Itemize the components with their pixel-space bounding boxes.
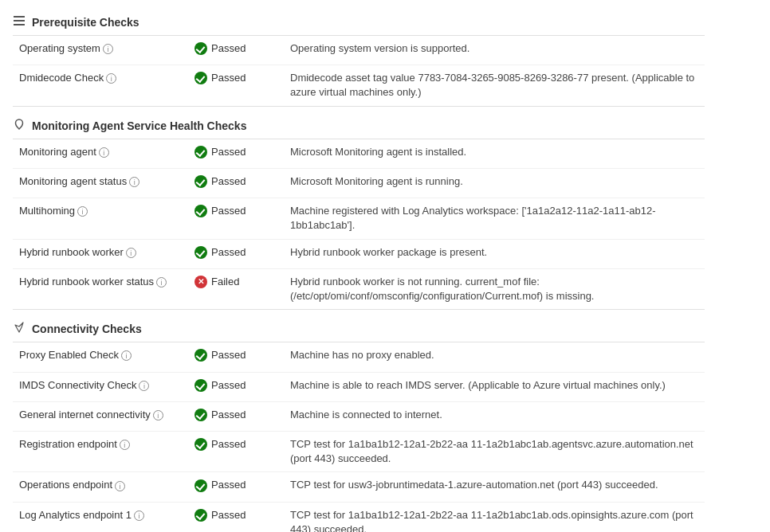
table-monitoring: Monitoring agentiPassedMicrosoft Monitor… <box>13 139 705 311</box>
status-badge: Passed <box>194 245 246 260</box>
status-text: Passed <box>211 437 246 452</box>
message-cell: Hybrid runbook worker is not running. cu… <box>284 268 705 309</box>
passed-icon <box>194 379 207 392</box>
check-name-cell: General internet connectivityi <box>13 401 188 431</box>
main-container: Prerequisite ChecksOperating systemiPass… <box>0 0 717 532</box>
section-title-monitoring: Monitoring Agent Service Health Checks <box>32 119 246 132</box>
info-icon[interactable]: i <box>134 510 144 521</box>
message-cell: Microsoft Monitoring agent is running. <box>284 168 705 198</box>
message-cell: Hybrid runbook worker package is present… <box>284 239 705 268</box>
table-connectivity: Proxy Enabled CheckiPassedMachine has no… <box>13 342 705 532</box>
section-title-connectivity: Connectivity Checks <box>32 323 142 335</box>
passed-icon <box>194 42 207 55</box>
info-icon[interactable]: i <box>153 410 163 421</box>
svg-rect-2 <box>14 24 25 25</box>
status-cell: Failed <box>188 268 284 309</box>
message-cell: Dmidecode asset tag value 7783-7084-3265… <box>284 65 705 106</box>
message-cell: Machine is able to reach IMDS server. (A… <box>284 372 705 401</box>
check-name-cell: Proxy Enabled Checki <box>13 342 188 372</box>
message-cell: TCP test for 1a1ba1b12-12a1-2b22-aa 11-1… <box>284 432 705 472</box>
check-name-cell: Operations endpointi <box>13 472 188 502</box>
status-cell: Passed <box>188 65 284 106</box>
status-badge: Passed <box>194 478 246 492</box>
table-row: Monitoring agentiPassedMicrosoft Monitor… <box>13 139 705 169</box>
check-name-cell: Dmidecode Checki <box>13 65 188 106</box>
check-name-cell: Operating systemi <box>13 36 188 65</box>
section-header-prerequisite: Prerequisite Checks <box>13 6 705 36</box>
passed-icon <box>194 146 207 158</box>
status-badge: Passed <box>194 145 246 159</box>
info-icon[interactable]: i <box>120 440 130 450</box>
info-icon[interactable]: i <box>103 44 113 54</box>
status-cell: Passed <box>188 472 284 502</box>
section-header-monitoring: Monitoring Agent Service Health Checks <box>13 110 705 139</box>
table-row: Hybrid runbook workeriPassedHybrid runbo… <box>13 239 705 268</box>
status-badge: Passed <box>194 378 246 393</box>
passed-icon <box>194 349 207 362</box>
status-text: Failed <box>211 275 239 289</box>
passed-icon <box>194 72 207 84</box>
status-badge: Passed <box>194 348 246 362</box>
svg-rect-0 <box>14 16 25 18</box>
message-cell: TCP test for usw3-jobruntimedata-1.azure… <box>284 472 705 502</box>
info-icon[interactable]: i <box>121 350 132 361</box>
check-name-cell: Hybrid runbook worker statusi <box>13 268 188 309</box>
status-text: Passed <box>211 408 246 422</box>
status-text: Passed <box>211 145 246 159</box>
status-text: Passed <box>211 71 246 85</box>
check-name-cell: IMDS Connectivity Checki <box>13 372 188 401</box>
info-icon[interactable]: i <box>115 481 125 491</box>
passed-icon <box>194 409 207 421</box>
passed-icon <box>194 438 207 451</box>
info-icon[interactable]: i <box>129 177 139 187</box>
section-icon-prerequisite <box>13 14 26 30</box>
passed-icon <box>194 509 207 522</box>
status-cell: Passed <box>188 432 284 472</box>
status-cell: Passed <box>188 36 284 65</box>
status-badge: Passed <box>194 71 246 85</box>
info-icon[interactable]: i <box>106 73 116 84</box>
status-cell: Passed <box>188 198 284 239</box>
status-cell: Passed <box>188 372 284 401</box>
status-badge: Passed <box>194 204 246 218</box>
check-name-cell: Monitoring agenti <box>13 139 188 169</box>
status-text: Passed <box>211 508 246 522</box>
message-cell: Machine is connected to internet. <box>284 401 705 431</box>
info-icon[interactable]: i <box>77 206 88 217</box>
table-row: Registration endpointiPassedTCP test for… <box>13 432 705 472</box>
table-row: Dmidecode CheckiPassedDmidecode asset ta… <box>13 65 705 106</box>
table-row: Proxy Enabled CheckiPassedMachine has no… <box>13 342 705 372</box>
table-row: Hybrid runbook worker statusiFailedHybri… <box>13 268 705 309</box>
section-icon-connectivity <box>13 321 26 337</box>
status-text: Passed <box>211 204 246 218</box>
message-cell: Operating system version is supported. <box>284 36 705 65</box>
status-cell: Passed <box>188 168 284 198</box>
status-badge: Passed <box>194 508 246 522</box>
message-cell: TCP test for 1a1ba1b12-12a1-2b22-aa 11-1… <box>284 502 705 532</box>
section-icon-monitoring <box>13 118 26 134</box>
failed-icon <box>194 276 207 288</box>
status-text: Passed <box>211 348 246 362</box>
info-icon[interactable]: i <box>126 248 136 258</box>
check-name-cell: Hybrid runbook workeri <box>13 239 188 268</box>
status-text: Passed <box>211 478 246 492</box>
table-row: IMDS Connectivity CheckiPassedMachine is… <box>13 372 705 401</box>
table-row: Operations endpointiPassedTCP test for u… <box>13 472 705 502</box>
info-icon[interactable]: i <box>99 147 109 158</box>
check-name-cell: Log Analytics endpoint 1i <box>13 502 188 532</box>
status-text: Passed <box>211 378 246 393</box>
table-row: Monitoring agent statusiPassedMicrosoft … <box>13 168 705 198</box>
status-cell: Passed <box>188 342 284 372</box>
passed-icon <box>194 479 207 492</box>
info-icon[interactable]: i <box>156 277 167 288</box>
status-cell: Passed <box>188 239 284 268</box>
status-cell: Passed <box>188 401 284 431</box>
table-row: Log Analytics endpoint 1iPassedTCP test … <box>13 502 705 532</box>
status-badge: Passed <box>194 408 246 422</box>
info-icon[interactable]: i <box>139 381 149 391</box>
passed-icon <box>194 246 207 259</box>
passed-icon <box>194 175 207 188</box>
section-title-prerequisite: Prerequisite Checks <box>32 16 139 29</box>
check-name-cell: Monitoring agent statusi <box>13 168 188 198</box>
section-header-connectivity: Connectivity Checks <box>13 313 705 342</box>
